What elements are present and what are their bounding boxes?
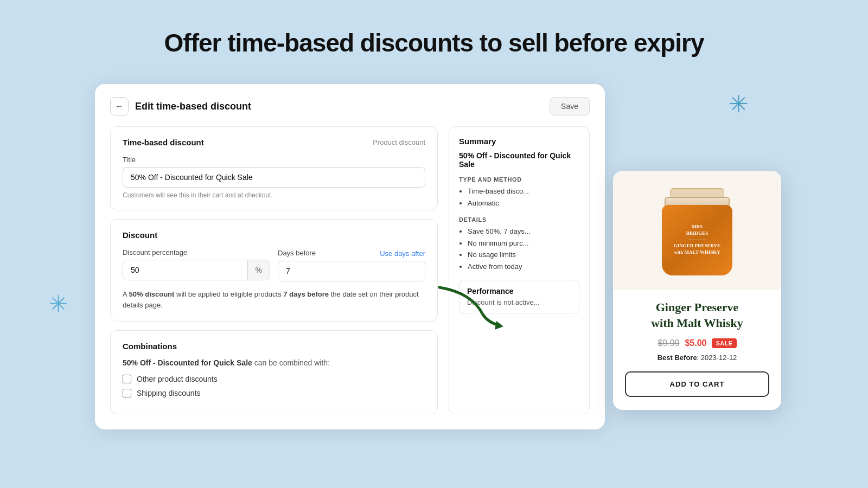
days-label: Days before [278,249,316,257]
checkbox-row-other: Other product discounts [123,375,425,383]
summary-details-list: Save 50%, 7 days... No minimum purc... N… [459,227,579,272]
discount-fields: Discount percentage % Days before Use da… [123,248,425,281]
summary-heading: Summary [459,137,579,146]
best-before-date: 2023-12-12 [701,354,737,362]
percentage-input-group: % [123,260,270,280]
sale-badge: SALE [712,338,736,348]
performance-title: Performance [467,287,571,296]
percentage-suffix: % [247,260,270,280]
performance-text: Discount is not active... [467,298,571,306]
discount-note-bold1: 50% discount [129,290,175,298]
summary-type-method-label: TYPE AND METHOD [459,176,579,183]
card-header: ← Edit time-based discount Save [110,97,590,115]
product-name: Ginger Preservewith Malt Whisky [625,300,769,331]
use-days-after-link[interactable]: Use days after [380,249,425,258]
price-row: $9.99 $5.00 SALE [625,338,769,348]
other-discounts-label: Other product discounts [137,375,218,383]
back-button[interactable]: ← [110,97,129,115]
days-field: Days before Use days after [278,248,425,281]
popup-content: Ginger Preservewith Malt Whisky $9.99 $5… [613,290,781,397]
jar-body: MRSBRIDGES─────GINGER PRESERVEwith MALT … [662,205,732,275]
discount-note-bold2: 7 days before [283,290,329,298]
card-title: Edit time-based discount [135,101,251,112]
summary-detail-4: Active from today [468,262,579,272]
discount-note: A 50% discount will be applied to eligib… [123,289,425,310]
summary-details-label: DETAILS [459,216,579,223]
days-input-group [278,261,425,281]
summary-detail-2: No minimum purc... [468,239,579,249]
product-popup: × MRSBRIDGES─────GINGER PRESERVEwith MAL… [613,171,781,410]
section-label: Time-based discount [123,138,204,147]
summary-type-item-2: Automatic [468,198,579,209]
time-based-section: Time-based discount Product discount Tit… [110,126,438,210]
original-price: $9.99 [658,338,679,348]
combo-discount-name: 50% Off - Discounted for Quick Sale [123,358,252,367]
percentage-field: Discount percentage % [123,248,270,280]
percentage-input[interactable] [123,260,247,280]
title-field-hint: Customers will see this in their cart an… [123,191,425,199]
discount-section: Discount Discount percentage % Days befo… [110,219,438,322]
summary-discount-title: 50% Off - Discounted for Quick Sale [459,151,579,169]
performance-box: Performance Discount is not active... [459,280,579,313]
jar-label: MRSBRIDGES─────GINGER PRESERVEwith MALT … [674,224,720,255]
best-before: Best Before: 2023-12-12 [625,354,769,362]
title-input[interactable] [123,167,425,188]
combo-description: 50% Off - Discounted for Quick Sale can … [123,358,425,367]
days-input[interactable] [278,261,425,281]
product-discount-tag: Product discount [373,138,425,146]
add-to-cart-button[interactable]: ADD TO CART [625,371,769,397]
combinations-section: Combinations 50% Off - Discounted for Qu… [110,330,438,414]
combo-can-text: can be combined with: [252,358,330,367]
title-field-label: Title [123,156,425,164]
card-header-left: ← Edit time-based discount [110,97,251,115]
checkbox-row-shipping: Shipping discounts [123,389,425,397]
jar-cap [670,188,724,198]
card-body: Time-based discount Product discount Tit… [110,126,590,414]
shipping-discounts-label: Shipping discounts [137,389,201,397]
sale-price: $5.00 [685,338,706,348]
other-discounts-checkbox[interactable] [123,375,131,383]
discount-label: Discount [123,230,425,240]
main-card: ← Edit time-based discount Save Time-bas… [95,84,605,429]
left-column: Time-based discount Product discount Tit… [110,126,438,414]
product-jar-image: MRSBRIDGES─────GINGER PRESERVEwith MALT … [654,181,741,281]
page-heading: Offer time-based discounts to sell befor… [0,0,868,77]
combinations-label: Combinations [123,342,425,351]
star-decoration-right: ✳ [729,92,749,116]
summary-panel: Summary 50% Off - Discounted for Quick S… [449,126,590,414]
summary-detail-3: No usage limits [468,250,579,260]
summary-detail-1: Save 50%, 7 days... [468,227,579,237]
shipping-discounts-checkbox[interactable] [123,389,131,397]
best-before-label: Best Before [658,354,697,362]
section-header: Time-based discount Product discount [123,138,425,147]
star-decoration-left: ✳ [49,293,68,316]
summary-type-list: Time-based disco... Automatic [459,187,579,209]
summary-type-item-1: Time-based disco... [468,187,579,197]
save-button[interactable]: Save [550,97,590,115]
percentage-label: Discount percentage [123,248,270,256]
popup-image-area: MRSBRIDGES─────GINGER PRESERVEwith MALT … [613,171,781,290]
